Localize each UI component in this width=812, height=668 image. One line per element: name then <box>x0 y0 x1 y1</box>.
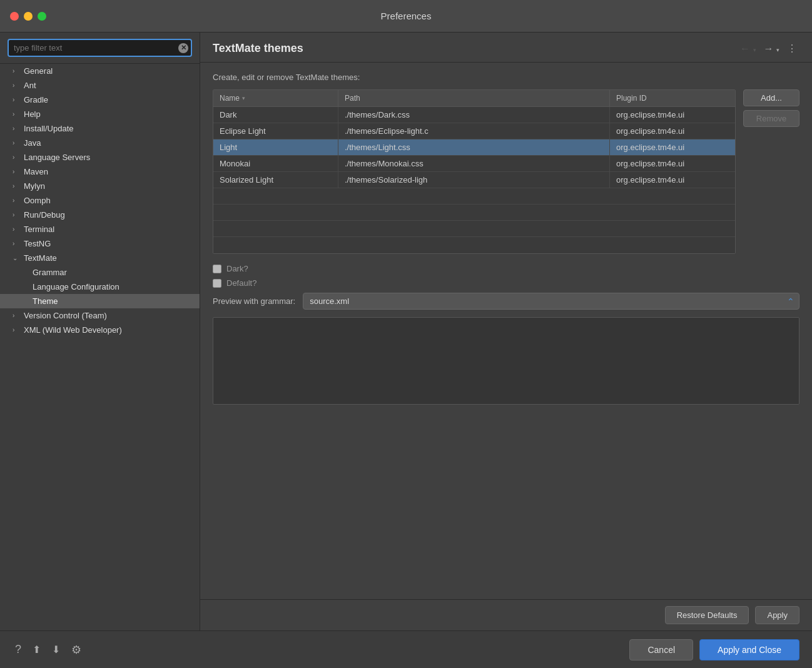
sidebar-item-label: XML (Wild Web Developer) <box>24 325 122 335</box>
dark-checkbox-row: Dark? <box>213 264 799 273</box>
grammar-row: Preview with grammar: source.xml ⌃ <box>213 293 799 310</box>
content-header: TextMate themes ← ▾ → ▾ ⋮ <box>200 33 812 63</box>
default-checkbox[interactable] <box>213 279 221 288</box>
clear-icon: ✕ <box>181 44 186 52</box>
col-plugin-label: Plugin ID <box>616 94 647 103</box>
more-icon: ⋮ <box>787 43 797 54</box>
titlebar-buttons <box>10 12 46 21</box>
chevron-right-icon: › <box>13 240 20 247</box>
chevron-right-icon: › <box>13 226 20 233</box>
col-path-label: Path <box>345 94 360 103</box>
sidebar-item-oomph[interactable]: › Oomph <box>0 193 200 208</box>
cell-path: ./themes/Monokai.css <box>338 156 610 171</box>
search-input[interactable] <box>8 39 192 57</box>
sidebar-item-mylyn[interactable]: › Mylyn <box>0 179 200 193</box>
sidebar-item-language-configuration[interactable]: Language Configuration <box>0 280 200 294</box>
chevron-right-icon: › <box>13 154 20 161</box>
apply-close-button[interactable]: Apply and Close <box>699 639 799 660</box>
sidebar-item-run-debug[interactable]: › Run/Debug <box>0 208 200 222</box>
content-title: TextMate themes <box>213 42 303 55</box>
more-options-button[interactable]: ⋮ <box>784 41 799 56</box>
import-icon: ⬆ <box>33 644 41 655</box>
sidebar-item-xml[interactable]: › XML (Wild Web Developer) <box>0 323 200 337</box>
forward-icon: → <box>764 43 774 54</box>
sidebar-item-gradle[interactable]: › Gradle <box>0 93 200 107</box>
table-row-empty <box>213 237 735 253</box>
sidebar: ✕ › General › Ant › Gradle › Help <box>0 33 200 630</box>
grammar-select[interactable]: source.xml <box>303 293 799 310</box>
search-clear-button[interactable]: ✕ <box>178 43 188 53</box>
sidebar-item-language-servers[interactable]: › Language Servers <box>0 150 200 164</box>
dark-checkbox-label: Dark? <box>226 264 248 273</box>
apply-button[interactable]: Apply <box>755 606 799 624</box>
remove-button[interactable]: Remove <box>743 110 799 127</box>
chevron-right-icon: › <box>13 211 20 218</box>
dark-checkbox[interactable] <box>213 265 221 273</box>
chevron-right-icon: › <box>13 183 20 190</box>
table-row[interactable]: Dark ./themes/Dark.css org.eclipse.tm4e.… <box>213 107 735 123</box>
sidebar-item-theme[interactable]: Theme <box>0 294 200 308</box>
table-row[interactable]: Light ./themes/Light.css org.eclipse.tm4… <box>213 139 735 156</box>
preferences-button[interactable]: ⚙ <box>69 640 84 659</box>
sidebar-item-ant[interactable]: › Ant <box>0 78 200 93</box>
restore-defaults-button[interactable]: Restore Defaults <box>665 606 749 624</box>
add-button[interactable]: Add... <box>743 89 799 106</box>
default-checkbox-row: Default? <box>213 278 799 288</box>
table-row[interactable]: Monokai ./themes/Monokai.css org.eclipse… <box>213 156 735 172</box>
window-title: Preferences <box>381 11 432 21</box>
export-icon: ⬇ <box>52 644 60 655</box>
sidebar-item-grammar[interactable]: Grammar <box>0 265 200 280</box>
themes-table-container: Name ▾ Path Plugin ID Dark <box>213 89 799 254</box>
close-button[interactable] <box>10 12 19 21</box>
cell-plugin: org.eclipse.tm4e.ui <box>610 123 735 139</box>
sidebar-item-label: Ant <box>24 81 36 90</box>
table-body: Dark ./themes/Dark.css org.eclipse.tm4e.… <box>213 107 735 253</box>
maximize-button[interactable] <box>38 12 46 21</box>
header-actions: ← ▾ → ▾ ⋮ <box>738 41 799 56</box>
sidebar-item-label: Java <box>24 138 41 148</box>
sidebar-item-help[interactable]: › Help <box>0 107 200 121</box>
sidebar-item-install-update[interactable]: › Install/Update <box>0 121 200 136</box>
content-area: TextMate themes ← ▾ → ▾ ⋮ Create, edit o… <box>200 33 812 630</box>
sidebar-item-general[interactable]: › General <box>0 64 200 78</box>
sidebar-item-testng[interactable]: › TestNG <box>0 236 200 251</box>
chevron-right-icon: › <box>13 312 20 319</box>
sidebar-item-terminal[interactable]: › Terminal <box>0 222 200 236</box>
chevron-right-icon: › <box>13 82 20 89</box>
sidebar-item-label: Gradle <box>24 95 48 104</box>
forward-button[interactable]: → ▾ <box>761 42 782 56</box>
cell-path: ./themes/Light.css <box>338 139 610 155</box>
sort-icon: ▾ <box>242 95 245 101</box>
sidebar-item-label: TextMate <box>24 253 57 263</box>
titlebar: Preferences <box>0 0 812 33</box>
sidebar-tree: › General › Ant › Gradle › Help › Instal… <box>0 64 200 630</box>
import-button[interactable]: ⬆ <box>30 640 43 659</box>
preview-box <box>213 317 799 405</box>
table-row[interactable]: Solarized Light ./themes/Solarized-ligh … <box>213 172 735 188</box>
chevron-right-icon: › <box>13 326 20 333</box>
sidebar-item-label: Language Servers <box>24 153 90 162</box>
cell-name: Dark <box>213 107 338 123</box>
sidebar-item-label: TestNG <box>24 239 51 248</box>
export-button[interactable]: ⬇ <box>49 640 63 659</box>
cell-plugin: org.eclipse.tm4e.ui <box>610 139 735 155</box>
sidebar-item-maven[interactable]: › Maven <box>0 164 200 179</box>
sidebar-item-label: Mylyn <box>24 181 45 191</box>
table-row-empty <box>213 188 735 205</box>
cancel-button[interactable]: Cancel <box>629 639 693 660</box>
sidebar-item-label: Terminal <box>24 225 54 234</box>
back-button[interactable]: ← ▾ <box>738 42 758 56</box>
cell-name: Eclipse Light <box>213 123 338 139</box>
help-button[interactable]: ? <box>13 640 24 659</box>
sidebar-item-label: Maven <box>24 167 48 176</box>
sidebar-item-label: Language Configuration <box>33 282 119 291</box>
table-row[interactable]: Eclipse Light ./themes/Eclipse-light.c o… <box>213 123 735 139</box>
minimize-button[interactable] <box>24 12 33 21</box>
sidebar-item-java[interactable]: › Java <box>0 136 200 150</box>
sidebar-item-textmate[interactable]: ⌄ TextMate <box>0 251 200 265</box>
back-dropdown-icon: ▾ <box>753 47 756 53</box>
cell-name: Monokai <box>213 156 338 171</box>
sidebar-item-version-control[interactable]: › Version Control (Team) <box>0 308 200 323</box>
cell-plugin: org.eclipse.tm4e.ui <box>610 172 735 188</box>
sidebar-item-label: Theme <box>33 296 58 306</box>
